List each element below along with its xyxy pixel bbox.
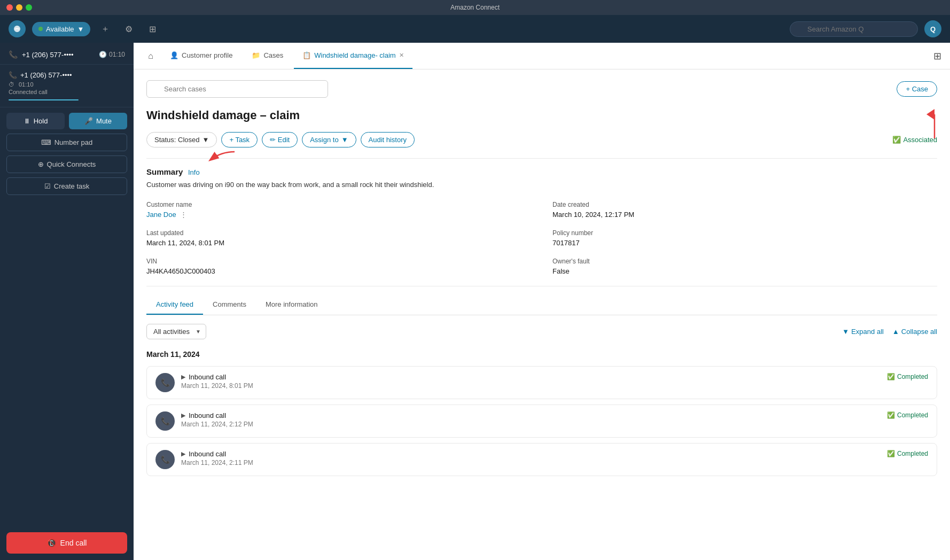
create-task-button[interactable]: ☑ Create task	[6, 177, 127, 195]
status-indicator	[38, 27, 43, 31]
comments-tab[interactable]: Comments	[203, 295, 256, 315]
search-cases-input[interactable]	[146, 80, 328, 98]
activity-feed-label: Activity feed	[156, 300, 193, 308]
audit-button-case[interactable]: Audit history	[361, 132, 415, 147]
settings-icon[interactable]: ⚙	[120, 20, 137, 37]
quick-connects-button[interactable]: ⊕ Quick Connects	[6, 155, 127, 173]
collapse-all-label: Collapse all	[901, 328, 937, 336]
clock-icon: 🕐	[99, 51, 107, 58]
windshield-tab-label: Windshield damage- claim	[314, 51, 395, 59]
activity-title-2[interactable]: ▶ Inbound call	[181, 450, 881, 458]
search-bar-row: 🔍 + Case	[146, 80, 937, 98]
status-label-case: Status: Closed	[154, 136, 200, 144]
tabs-bar: ⌂ 👤 Customer profile 📁 Cases 📋 Windshiel…	[134, 43, 950, 69]
associated-label: Associated	[903, 136, 937, 144]
fullscreen-traffic-light[interactable]	[26, 4, 32, 11]
activity-body-0: ▶ Inbound call March 11, 2024, 8:01 PM	[181, 373, 881, 390]
customer-name-dots[interactable]: ⋮	[180, 211, 187, 219]
timer-icon: ⏱	[9, 81, 14, 88]
mic-icon: 🎤	[84, 117, 93, 125]
number-pad-label: Number pad	[54, 138, 93, 146]
activity-name-0: Inbound call	[189, 373, 226, 381]
activity-icon-2: 📞	[155, 450, 175, 469]
number-pad-button[interactable]: ⌨ Number pad	[6, 134, 127, 151]
summary-info[interactable]: Info	[188, 168, 200, 176]
add-button[interactable]: ＋	[97, 20, 114, 37]
activity-icon-0: 📞	[155, 373, 175, 392]
search-input-wrapper: 🔍	[146, 80, 328, 98]
associated-badge: ✅ Associated	[892, 136, 937, 144]
customer-profile-tab-label: Customer profile	[182, 51, 232, 59]
edit-button-case[interactable]: ✏ Edit	[262, 132, 298, 147]
windshield-tab-close[interactable]: ✕	[399, 52, 404, 59]
field-last-updated: Last updated March 11, 2024, 8:01 PM	[146, 229, 531, 247]
cases-tab-label: Cases	[263, 51, 283, 59]
phone-icon: 📞	[9, 50, 18, 59]
quick-connects-label: Quick Connects	[47, 160, 96, 168]
windshield-tab-icon: 📋	[302, 51, 311, 59]
activity-icon-1: 📞	[155, 411, 175, 431]
grid-nav-icon[interactable]: ⊞	[144, 20, 161, 37]
divider-1	[146, 158, 937, 159]
status-dropdown-icon: ▼	[77, 25, 84, 33]
activity-filter-select[interactable]: All activities	[146, 324, 206, 339]
field-policy-number: Policy number 7017817	[552, 229, 937, 247]
case-content: 🔍 + Case Windshield damage – claim Statu…	[134, 69, 950, 560]
activity-title-0[interactable]: ▶ Inbound call	[181, 373, 881, 381]
task-icon: ☑	[44, 182, 51, 190]
date-section-header: March 11, 2024	[146, 350, 937, 359]
collapse-icon: ▲	[892, 328, 899, 336]
grid-icon: ⊞	[933, 51, 941, 61]
tabs-grid-button[interactable]: ⊞	[933, 50, 941, 62]
minimize-traffic-light[interactable]	[16, 4, 22, 11]
edit-label-case: ✏ Edit	[270, 136, 290, 144]
activity-title-1[interactable]: ▶ Inbound call	[181, 411, 881, 419]
expand-collapse-controls: ▼ Expand all ▲ Collapse all	[842, 328, 937, 336]
call-timer-value: 01:10	[109, 51, 125, 58]
tab-home-button[interactable]: ⌂	[142, 48, 159, 65]
status-label: Available	[46, 25, 74, 33]
hold-button[interactable]: ⏸ Hold	[6, 113, 65, 129]
assign-button-case[interactable]: Assign to ▼	[302, 132, 356, 147]
tab-cases[interactable]: 📁 Cases	[243, 43, 292, 69]
pause-icon: ⏸	[24, 117, 30, 125]
completed-label-2: Completed	[897, 450, 928, 457]
owners-fault-label: Owner's fault	[552, 258, 937, 265]
expand-all-label: Expand all	[851, 328, 884, 336]
end-call-label: End call	[60, 539, 87, 547]
logo-button[interactable]	[9, 20, 26, 37]
activity-feed-tab[interactable]: Activity feed	[146, 295, 203, 315]
expand-all-button[interactable]: ▼ Expand all	[842, 328, 884, 336]
tab-customer-profile[interactable]: 👤 Customer profile	[161, 43, 241, 69]
search-amazon-input[interactable]	[790, 21, 918, 37]
tab-windshield[interactable]: 📋 Windshield damage- claim ✕	[294, 43, 412, 69]
customer-name-label: Customer name	[146, 201, 531, 208]
filter-row: All activities ▼ Expand all ▲ Collapse a…	[146, 324, 937, 339]
close-traffic-light[interactable]	[6, 4, 13, 11]
task-button-case[interactable]: + Task	[221, 132, 258, 147]
customer-profile-tab-icon: 👤	[170, 51, 178, 59]
summary-text: Customer was driving on i90 on the way b…	[146, 180, 937, 190]
activity-body-2: ▶ Inbound call March 11, 2024, 2:11 PM	[181, 450, 881, 466]
add-case-button[interactable]: + Case	[897, 81, 937, 97]
collapse-all-button[interactable]: ▲ Collapse all	[892, 328, 937, 336]
activity-date-1: March 11, 2024, 2:12 PM	[181, 421, 881, 428]
customer-name-value[interactable]: Jane Doe ⋮	[146, 211, 531, 219]
q-button[interactable]: Q	[924, 20, 941, 37]
audit-label-case: Audit history	[369, 136, 407, 144]
mute-button[interactable]: 🎤 Mute	[69, 113, 127, 129]
activity-status-2: ✅ Completed	[887, 450, 928, 457]
end-call-button[interactable]: 📵 End call	[6, 532, 127, 554]
completed-check-0: ✅	[887, 373, 895, 380]
more-information-tab[interactable]: More information	[256, 295, 328, 315]
date-created-label: Date created	[552, 201, 937, 208]
owners-fault-value: False	[552, 267, 937, 275]
status-timer: 01:10	[19, 81, 34, 88]
status-button[interactable]: Available ▼	[32, 22, 90, 36]
activity-tabs: Activity feed Comments More information	[146, 295, 937, 315]
check-icon-associated: ✅	[892, 136, 901, 144]
summary-title: Summary	[146, 167, 183, 176]
activity-item-1: 📞 ▶ Inbound call March 11, 2024, 2:12 PM…	[146, 405, 937, 438]
status-button-case[interactable]: Status: Closed ▼	[146, 132, 217, 147]
last-updated-label: Last updated	[146, 229, 531, 237]
